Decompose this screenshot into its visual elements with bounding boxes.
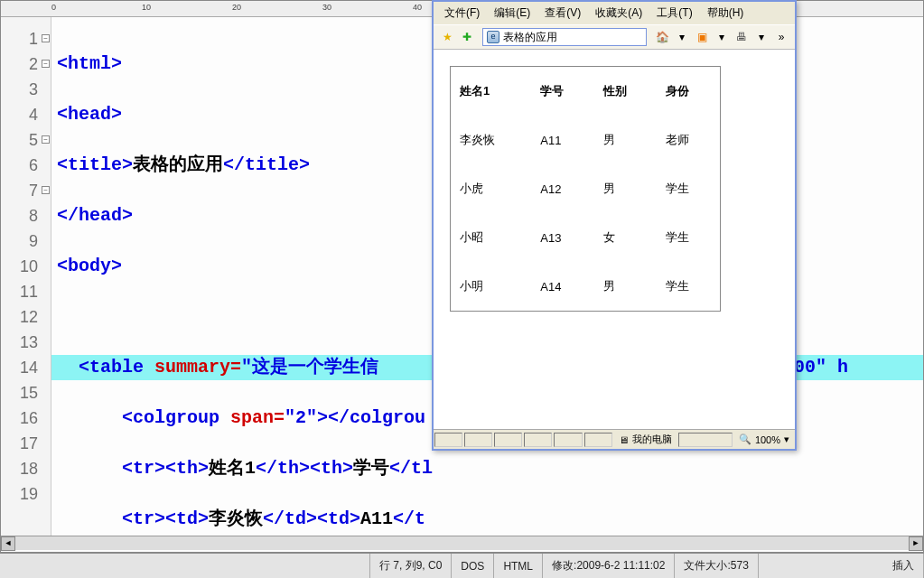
- zoom-control[interactable]: 🔍 100% ▾: [733, 434, 795, 445]
- menu-favorites[interactable]: 收藏夹(A): [588, 4, 649, 23]
- modified-time: 修改:2009-6-2 11:11:02: [543, 554, 675, 578]
- scroll-right-button[interactable]: ►: [909, 536, 923, 551]
- more-icon[interactable]: »: [773, 29, 789, 45]
- browser-preview-window: 文件(F) 编辑(E) 查看(V) 收藏夹(A) 工具(T) 帮助(H) ★ ✚…: [432, 0, 797, 451]
- computer-icon: 🖥: [619, 434, 629, 445]
- status-bar: 行 7, 列9, C0 DOS HTML 修改:2009-6-2 11:11:0…: [0, 553, 924, 578]
- encoding-label: DOS: [452, 554, 494, 578]
- language-label: HTML: [494, 554, 543, 578]
- line-gutter: 1− 2− 3 4 5− 6 7− 8 9 10 11 12 13 14 15 …: [1, 17, 51, 536]
- menu-tools[interactable]: 工具(T): [649, 4, 699, 23]
- dropdown-icon[interactable]: ▾: [753, 29, 770, 45]
- table-row: 李炎恢 A11 男 老师: [451, 116, 721, 164]
- security-zone: 🖥 我的电脑: [613, 433, 677, 446]
- dropdown-icon[interactable]: ▾: [784, 434, 789, 445]
- preview-toolbar: ★ ✚ e 表格的应用 🏠 ▾ ▣ ▾ 🖶 ▾ »: [434, 24, 795, 50]
- address-bar[interactable]: e 表格的应用: [482, 28, 647, 46]
- table-row: 小虎 A12 男 学生: [451, 164, 721, 213]
- fold-icon[interactable]: −: [42, 135, 50, 144]
- menu-file[interactable]: 文件(F): [437, 4, 487, 23]
- dropdown-icon[interactable]: ▾: [714, 29, 730, 45]
- zoom-icon: 🔍: [739, 434, 751, 445]
- favorites-star-icon[interactable]: ★: [439, 29, 455, 45]
- table-row: 小昭 A13 女 学生: [451, 213, 721, 262]
- scroll-left-button[interactable]: ◄: [1, 536, 15, 551]
- preview-content: 姓名1 学号 性别 身份 李炎恢 A11 男 老师 小虎 A12 男 学生 小昭…: [434, 50, 795, 429]
- horizontal-scrollbar[interactable]: ◄ ►: [1, 536, 923, 550]
- dropdown-icon[interactable]: ▾: [674, 29, 690, 45]
- menu-help[interactable]: 帮助(H): [700, 4, 751, 23]
- fold-icon[interactable]: −: [42, 34, 50, 42]
- page-title: 表格的应用: [503, 30, 557, 45]
- preview-table: 姓名1 学号 性别 身份 李炎恢 A11 男 老师 小虎 A12 男 学生 小昭…: [450, 66, 721, 312]
- rss-icon[interactable]: ▣: [694, 29, 710, 45]
- cursor-position: 行 7, 列9, C0: [370, 554, 452, 578]
- table-header-row: 姓名1 学号 性别 身份: [451, 67, 721, 117]
- table-row: 小明 A14 男 学生: [451, 262, 721, 312]
- fold-icon[interactable]: −: [42, 186, 50, 194]
- fold-icon[interactable]: −: [42, 60, 50, 68]
- home-icon[interactable]: 🏠: [654, 29, 670, 45]
- file-size: 文件大小:573: [675, 554, 758, 578]
- ie-page-icon: e: [487, 31, 499, 43]
- menu-view[interactable]: 查看(V): [537, 4, 588, 23]
- add-favorite-icon[interactable]: ✚: [459, 29, 475, 45]
- preview-menubar: 文件(F) 编辑(E) 查看(V) 收藏夹(A) 工具(T) 帮助(H): [434, 2, 795, 24]
- menu-edit[interactable]: 编辑(E): [487, 4, 537, 23]
- print-icon[interactable]: 🖶: [733, 29, 750, 45]
- preview-status-bar: 🖥 我的电脑 🔍 100% ▾: [434, 429, 795, 449]
- insert-mode: 插入: [883, 554, 924, 578]
